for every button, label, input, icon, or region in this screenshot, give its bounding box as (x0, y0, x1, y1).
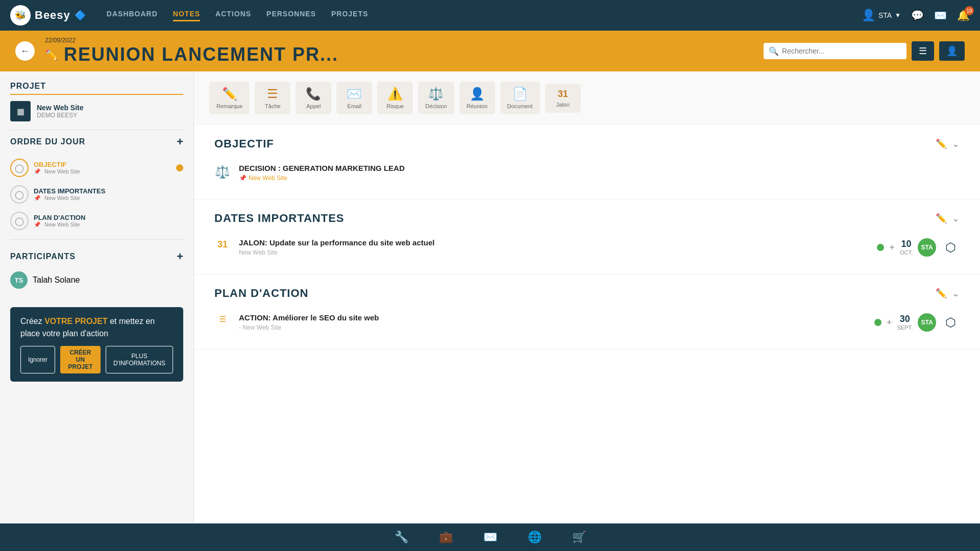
promo-ignore-btn[interactable]: Ignorer (20, 346, 55, 373)
tool-document[interactable]: 📄 Document (500, 82, 540, 114)
appel-label: Appel (306, 103, 321, 109)
email-icon: ✉️ (347, 87, 362, 101)
agenda-plan-info: PLAN D'ACTION 📌 New Web Site (34, 214, 85, 228)
tool-decision[interactable]: ⚖️ Décision (418, 82, 454, 114)
objectif-active-dot (176, 164, 183, 171)
bottom-globe-icon[interactable]: 🌐 (528, 531, 542, 544)
title-edit-icon[interactable]: ✏️ (45, 48, 59, 61)
dates-edit-btn[interactable]: ✏️ (936, 213, 947, 224)
project-info: New Web Site DEMO BEESY (37, 104, 84, 119)
user-menu[interactable]: 👤 STA ▼ (862, 9, 901, 22)
agenda-dates-icon: ◯ (10, 185, 29, 204)
page-title: REUNION LANCEMENT PR... (64, 44, 338, 65)
tool-remarque[interactable]: ✏️ Remarque (209, 82, 250, 114)
agenda-plan-icon: ◯ (10, 212, 29, 230)
risque-label: Risque (386, 103, 404, 109)
promo-create-btn[interactable]: CRÉER UN PROJET (60, 346, 101, 373)
project-name: New Web Site (37, 104, 84, 112)
objectif-edit-btn[interactable]: ✏️ (936, 138, 947, 149)
plan-item-project: - New Web Site (239, 324, 866, 331)
plan-plus-icon[interactable]: + (887, 317, 892, 328)
page-title-container: ✏️ REUNION LANCEMENT PR... (45, 44, 338, 65)
tool-email[interactable]: ✉️ Email (336, 82, 372, 114)
toolbar-row: ✏️ Remarque ☰ Tâche 📞 Appel ✉️ Email ⚠️ … (194, 71, 980, 125)
divider-1 (10, 130, 183, 130)
promo-actions: Ignorer CRÉER UN PROJET PLUS D'INFORMATI… (20, 346, 173, 373)
dates-plus-icon[interactable]: + (889, 242, 895, 253)
objectif-item-body: DECISION : GENERATION MARKETING LEAD 📌 N… (239, 164, 960, 182)
main-layout: PROJET ▦ New Web Site DEMO BEESY ORDRE D… (0, 71, 980, 551)
chat-icon-btn[interactable]: 💬 (911, 9, 924, 21)
notification-btn[interactable]: 🔔 18 (957, 9, 970, 21)
filter-icon: ☰ (919, 45, 927, 57)
plan-item-right: + 30 SEPT. STA ⬡ (874, 313, 960, 332)
plan-day: 30 (897, 314, 913, 325)
nav-projets[interactable]: PROJETS (331, 10, 368, 21)
project-section-title: PROJET (10, 82, 183, 95)
objectif-toggle-btn[interactable]: ⌄ (952, 138, 960, 149)
bottom-bag-icon[interactable]: 💼 (439, 531, 453, 544)
plan-hex-icon: ⬡ (941, 313, 960, 332)
dates-item-1: 31 JALON: Update sur la performance du s… (214, 233, 960, 262)
tool-reunion[interactable]: 👤 Réunion (459, 82, 495, 114)
dates-item-title: JALON: Update sur la performance du site… (239, 238, 869, 247)
nav-personnes[interactable]: PERSONNES (266, 10, 316, 21)
tool-jalon[interactable]: 31 Jalon (545, 84, 581, 113)
agenda-item-plan[interactable]: ◯ PLAN D'ACTION 📌 New Web Site (10, 208, 183, 234)
nav-actions[interactable]: ACTIONS (215, 10, 251, 21)
plan-toggle-btn[interactable]: ⌄ (952, 288, 960, 299)
logo: 🐝 Beesy 🔷 (10, 5, 86, 26)
nav-notes[interactable]: NOTES (173, 10, 200, 21)
pin-icon-dates: 📌 (34, 195, 41, 201)
notification-badge: 18 (965, 6, 974, 15)
tool-risque[interactable]: ⚠️ Risque (377, 82, 413, 114)
add-participant-button[interactable]: + (177, 250, 183, 263)
tache-icon: ☰ (267, 87, 278, 101)
navbar: 🐝 Beesy 🔷 DASHBOARD NOTES ACTIONS PERSON… (0, 0, 980, 31)
plan-title: PLAN D'ACTION (214, 287, 308, 300)
back-button[interactable]: ← (15, 41, 35, 61)
plan-section-header: PLAN D'ACTION ✏️ ⌄ (214, 287, 960, 300)
search-container: 🔍 ☰ 👤 (764, 41, 965, 61)
main-content: ✏️ Remarque ☰ Tâche 📞 Appel ✉️ Email ⚠️ … (194, 71, 980, 551)
filter-button[interactable]: ☰ (912, 41, 934, 61)
bottom-tool-icon[interactable]: 🔧 (395, 531, 408, 544)
section-objectif: OBJECTIF ✏️ ⌄ ⚖️ DECISION : GENERATION M… (194, 125, 980, 199)
dates-date-badge: 10 OCT. (900, 239, 913, 257)
mail-icon: ✉️ (934, 10, 947, 21)
bottom-cart-icon[interactable]: 🛒 (572, 531, 586, 544)
project-grid-icon: ▦ (17, 107, 24, 116)
search-input[interactable] (764, 43, 906, 59)
agenda-plan-label: PLAN D'ACTION (34, 214, 85, 221)
decision-label: Décision (425, 103, 447, 109)
pin-icon-objectif: 📌 (34, 168, 41, 174)
plan-item-body: ACTION: Améliorer le SEO du site web - N… (239, 313, 866, 331)
agenda-objectif-label: OBJECTIF (34, 161, 80, 168)
jalon-label: Jalon (556, 102, 570, 108)
mail-icon-btn[interactable]: ✉️ (934, 9, 947, 21)
agenda-item-objectif[interactable]: ◯ OBJECTIF 📌 New Web Site (10, 155, 183, 181)
project-subtitle: DEMO BEESY (37, 112, 84, 119)
tool-tache[interactable]: ☰ Tâche (255, 82, 290, 114)
remarque-icon: ✏️ (222, 87, 237, 101)
project-item[interactable]: ▦ New Web Site DEMO BEESY (10, 101, 183, 121)
add-agenda-button[interactable]: + (177, 135, 183, 148)
agenda-dates-sub: 📌 New Web Site (34, 195, 105, 202)
agenda-item-dates[interactable]: ◯ DATES IMPORTANTES 📌 New Web Site (10, 181, 183, 208)
header-avatar-button[interactable]: 👤 (939, 41, 965, 61)
objectif-section-header: OBJECTIF ✏️ ⌄ (214, 137, 960, 151)
nav-dashboard[interactable]: DASHBOARD (107, 10, 158, 21)
ordre-section-title: ORDRE DU JOUR (10, 137, 85, 146)
dates-hex-icon: ⬡ (941, 238, 960, 257)
reunion-icon: 👤 (470, 87, 485, 101)
promo-info-btn[interactable]: PLUS D'INFORMATIONS (106, 346, 173, 373)
bottom-mail-icon[interactable]: ✉️ (483, 531, 497, 544)
action-item-icon: ☰ (214, 314, 231, 324)
plan-edit-btn[interactable]: ✏️ (936, 288, 947, 299)
remarque-label: Remarque (216, 103, 242, 109)
plan-item-title: ACTION: Améliorer le SEO du site web (239, 313, 866, 322)
user-label: STA (878, 11, 892, 19)
nav-links: DASHBOARD NOTES ACTIONS PERSONNES PROJET… (107, 10, 369, 21)
tool-appel[interactable]: 📞 Appel (296, 82, 331, 114)
dates-toggle-btn[interactable]: ⌄ (952, 213, 960, 224)
